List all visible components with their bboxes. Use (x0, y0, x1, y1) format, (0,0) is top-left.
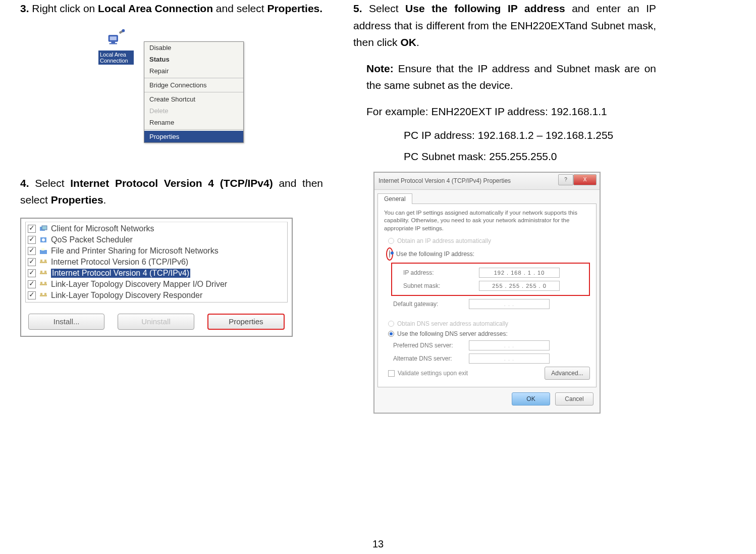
svg-rect-20 (40, 295, 47, 296)
svg-rect-2 (111, 41, 115, 43)
step5-text: 5. Select Use the following IP address a… (353, 0, 656, 51)
radio-label: Use the following IP address: (396, 250, 474, 258)
pc-ip-line: PC IP address: 192.168.1.2 – 192.168.1.2… (404, 129, 656, 141)
protocol-icon (39, 258, 48, 266)
dialog-titlebar: Internet Protocol Version 4 (TCP/IPv4) P… (374, 173, 600, 190)
step4-num: 4. (20, 177, 29, 189)
tab-general[interactable]: General (377, 193, 412, 204)
advanced-button[interactable]: Advanced... (545, 367, 590, 380)
network-items-list: Client for Microsoft Networks QoS Packet… (25, 222, 288, 303)
svg-rect-1 (110, 36, 117, 40)
radio-icon (388, 321, 394, 327)
install-button[interactable]: Install... (28, 314, 104, 330)
ip-label: IP address: (403, 269, 479, 276)
menu-shortcut[interactable]: Create Shortcut (144, 93, 243, 105)
figure-context-menu: Local Area Connection Disable Status Rep… (98, 26, 245, 158)
ip-field[interactable]: 192 . 168 . 1 . 10 (479, 268, 560, 278)
menu-repair[interactable]: Repair (144, 65, 243, 77)
dialog-title: Internet Protocol Version 4 (TCP/IPv4) P… (379, 177, 511, 184)
menu-properties[interactable]: Properties (144, 131, 243, 142)
list-item[interactable]: Link-Layer Topology Discovery Responder (26, 290, 287, 301)
step3-bold2: Properties. (267, 3, 322, 14)
svg-rect-14 (40, 273, 47, 274)
step5-pre: Select (369, 3, 405, 14)
list-label: File and Printer Sharing for Microsoft N… (51, 246, 219, 256)
uninstall-button: Uninstall (118, 314, 194, 330)
svg-rect-10 (41, 248, 44, 250)
ok-button[interactable]: OK (512, 392, 550, 406)
adns-field[interactable]: . . . (469, 354, 550, 364)
svg-rect-3 (110, 43, 117, 44)
radio-label: Use the following DNS server addresses: (397, 330, 508, 337)
checkbox-icon[interactable] (28, 225, 36, 233)
gw-label: Default gateway: (393, 300, 469, 308)
mask-field[interactable]: 255 . 255 . 255 . 0 (479, 281, 560, 291)
menu-disable[interactable]: Disable (144, 42, 243, 54)
svg-rect-11 (40, 262, 47, 263)
list-label: Client for Microsoft Networks (51, 224, 154, 233)
step3-pre: Right click on (32, 3, 98, 14)
svg-rect-6 (42, 226, 47, 230)
step4-bold1: Internet Protocol Version 4 (TCP/IPv4) (70, 177, 273, 189)
list-label: Internet Protocol Version 4 (TCP/IPv4) (51, 269, 190, 278)
pc-mask-line: PC Subnet mask: 255.255.255.0 (404, 150, 656, 163)
figure-network-items: Client for Microsoft Networks QoS Packet… (20, 218, 293, 337)
radio-label: Obtain DNS server address automatically (397, 320, 508, 327)
dialog-desc: You can get IP settings assigned automat… (384, 209, 590, 233)
list-item[interactable]: QoS Packet Scheduler (26, 234, 287, 245)
list-label: QoS Packet Scheduler (51, 235, 133, 244)
checkbox-icon[interactable] (28, 280, 36, 288)
context-menu: Disable Status Repair Bridge Connections… (144, 41, 244, 143)
help-button[interactable]: ? (558, 174, 573, 185)
menu-delete: Delete (144, 105, 243, 117)
menu-bridge[interactable]: Bridge Connections (144, 79, 243, 91)
close-button[interactable]: X (573, 174, 597, 185)
radio-use-following[interactable]: Use the following IP address: (388, 247, 590, 261)
note-text: Note: Ensure that the IP address and Sub… (366, 60, 656, 94)
step3-mid: and select (213, 3, 267, 14)
checkbox-icon[interactable] (28, 247, 36, 255)
page-number: 13 (0, 538, 756, 550)
checkbox-icon[interactable] (28, 258, 36, 266)
list-item[interactable]: Client for Microsoft Networks (26, 223, 287, 234)
radio-obtain-auto[interactable]: Obtain an IP address automatically (388, 237, 590, 244)
menu-status[interactable]: Status (144, 54, 243, 65)
local-area-connection-icon[interactable]: Local Area Connection (98, 26, 134, 65)
properties-button[interactable]: Properties (207, 314, 285, 330)
svg-point-4 (122, 29, 125, 32)
list-item[interactable]: File and Printer Sharing for Microsoft N… (26, 245, 287, 257)
gw-field[interactable]: . . . (469, 299, 550, 309)
step5-bold1: Use the following IP address (405, 3, 565, 14)
radio-dns-manual[interactable]: Use the following DNS server addresses: (388, 330, 590, 337)
step3-text: 3. Right click on Local Area Connection … (20, 0, 323, 17)
list-item[interactable]: Internet Protocol Version 6 (TCP/IPv6) (26, 257, 287, 268)
checkbox-icon[interactable] (388, 370, 395, 377)
radio-dns-auto: Obtain DNS server address automatically (388, 320, 590, 327)
step3-bold1: Local Area Connection (98, 3, 213, 14)
step5-bold2: OK (400, 36, 416, 48)
checkbox-icon[interactable] (28, 269, 36, 277)
step4-bold2: Properties (51, 194, 103, 206)
list-item[interactable]: Link-Layer Topology Discovery Mapper I/O… (26, 279, 287, 290)
fileshare-icon (39, 247, 48, 255)
client-icon (39, 225, 48, 233)
note-label: Note: (366, 63, 394, 74)
list-label: Internet Protocol Version 6 (TCP/IPv6) (51, 258, 188, 267)
protocol-icon (39, 291, 48, 299)
svg-rect-18 (40, 282, 42, 284)
pdns-field[interactable]: . . . (469, 340, 550, 350)
protocol-icon (39, 280, 48, 288)
svg-rect-19 (44, 282, 46, 284)
step4-text: 4. Select Internet Protocol Version 4 (T… (20, 175, 323, 209)
checkbox-icon[interactable] (28, 291, 36, 299)
list-label: Link-Layer Topology Discovery Responder (51, 291, 202, 300)
example-line: For example: ENH220EXT IP address: 192.1… (366, 103, 656, 120)
list-label: Link-Layer Topology Discovery Mapper I/O… (51, 280, 227, 289)
checkbox-icon[interactable] (28, 236, 36, 244)
cancel-button[interactable]: Cancel (555, 392, 593, 406)
note-body: Ensure that the IP address and Subnet ma… (366, 63, 656, 91)
qos-icon (39, 236, 48, 244)
step5-num: 5. (353, 3, 362, 14)
list-item-selected[interactable]: Internet Protocol Version 4 (TCP/IPv4) (26, 268, 287, 279)
menu-rename[interactable]: Rename (144, 117, 243, 128)
